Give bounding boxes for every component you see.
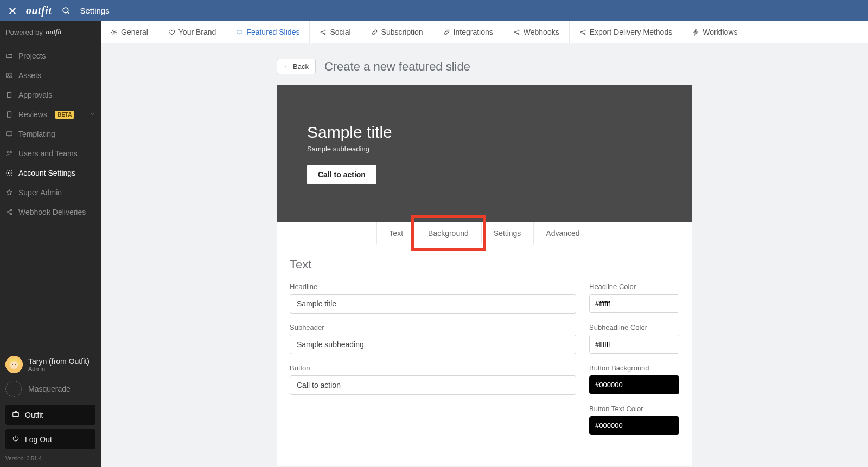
- topbar-title: Settings: [80, 6, 109, 15]
- gear-icon: [111, 29, 118, 36]
- button-bg-label: Button Background: [589, 364, 679, 372]
- button-input[interactable]: [290, 375, 576, 395]
- sidebar-item-templating[interactable]: Templating: [0, 124, 101, 144]
- tab-webhooks[interactable]: Webhooks: [503, 21, 570, 43]
- headline-color-input[interactable]: [589, 294, 679, 313]
- masquerade-label: Masquerade: [28, 385, 71, 393]
- sidebar: Powered by outfit Projects Assets Approv…: [0, 21, 101, 467]
- svg-point-23: [518, 30, 519, 31]
- svg-point-9: [7, 212, 8, 213]
- svg-point-21: [324, 33, 326, 34]
- button-bg-input[interactable]: [589, 375, 679, 394]
- button-text-color-input[interactable]: [589, 416, 679, 435]
- preview-subheading: Sample subheading: [307, 145, 662, 153]
- panel-title: Text: [290, 258, 679, 272]
- gear-icon: [5, 169, 13, 177]
- text-panel: Text Headline Headline Color: [277, 245, 692, 466]
- svg-point-14: [12, 364, 13, 365]
- sidebar-item-label: Reviews: [18, 110, 47, 119]
- share-icon: [579, 29, 586, 36]
- clipboard-icon: [5, 91, 13, 99]
- tab-general[interactable]: General: [101, 21, 158, 43]
- sidebar-item-projects[interactable]: Projects: [0, 46, 101, 66]
- edit-tab-background[interactable]: Background: [416, 222, 481, 245]
- svg-point-17: [113, 31, 115, 33]
- masquerade-circle-icon: [5, 381, 22, 397]
- star-icon: [5, 189, 13, 196]
- version-label: Version: 3.51.4: [5, 453, 95, 462]
- tab-export-delivery[interactable]: Export Delivery Methods: [570, 21, 683, 43]
- sidebar-item-label: Webhook Deliveries: [18, 208, 86, 216]
- sidebar-item-label: Templating: [18, 130, 55, 138]
- avatar: [5, 356, 23, 373]
- svg-rect-18: [237, 30, 242, 34]
- svg-rect-4: [8, 112, 11, 118]
- sidebar-item-label: Approvals: [18, 91, 52, 99]
- share-icon: [513, 29, 520, 36]
- tab-social[interactable]: Social: [310, 21, 361, 43]
- svg-point-25: [580, 31, 582, 33]
- svg-rect-5: [7, 132, 12, 136]
- slide-preview: Sample title Sample subheading Call to a…: [277, 85, 692, 222]
- subheadline-color-input[interactable]: [589, 335, 679, 354]
- svg-rect-16: [13, 413, 19, 417]
- headline-input[interactable]: [290, 294, 576, 314]
- close-icon[interactable]: [8, 6, 17, 16]
- edit-tabs: Text Background Settings Advanced: [277, 222, 692, 245]
- tab-featured-slides[interactable]: Featured Slides: [226, 21, 310, 43]
- content: ← Back Create a new featured slide Sampl…: [101, 43, 868, 467]
- sidebar-item-approvals[interactable]: Approvals: [0, 85, 101, 105]
- outfit-button[interactable]: Outfit: [5, 405, 95, 425]
- sidebar-item-label: Users and Teams: [18, 149, 78, 158]
- tab-integrations[interactable]: Integrations: [433, 21, 503, 43]
- tab-workflows[interactable]: Workflows: [682, 21, 748, 43]
- tab-your-brand[interactable]: Your Brand: [158, 21, 227, 43]
- monitor-icon: [236, 29, 243, 36]
- subheader-input[interactable]: [290, 335, 576, 354]
- document-icon: [5, 111, 13, 118]
- subheader-label: Subheader: [290, 323, 576, 331]
- svg-point-8: [8, 172, 10, 174]
- svg-point-10: [10, 209, 11, 210]
- preview-cta-button[interactable]: Call to action: [307, 165, 376, 184]
- svg-point-11: [10, 213, 11, 214]
- masquerade[interactable]: Masquerade: [5, 375, 95, 405]
- powered-brand: outfit: [46, 28, 62, 36]
- svg-point-7: [10, 151, 11, 153]
- search-icon[interactable]: [61, 6, 71, 16]
- brand-logo: outfit: [26, 4, 52, 17]
- beta-badge: BETA: [55, 111, 74, 119]
- user-role: Admin: [28, 366, 90, 372]
- svg-point-13: [10, 361, 18, 369]
- sidebar-item-assets[interactable]: Assets: [0, 66, 101, 85]
- monitor-icon: [5, 130, 13, 138]
- tab-subscription[interactable]: Subscription: [361, 21, 433, 43]
- logout-button[interactable]: Log Out: [5, 429, 95, 449]
- main: General Your Brand Featured Slides Socia…: [101, 21, 868, 467]
- sidebar-item-label: Assets: [18, 71, 41, 80]
- sidebar-item-users[interactable]: Users and Teams: [0, 144, 101, 163]
- link-icon: [371, 29, 378, 36]
- sidebar-item-super-admin[interactable]: Super Admin: [0, 183, 101, 202]
- link-icon: [443, 29, 450, 36]
- svg-point-19: [321, 31, 322, 33]
- edit-tab-settings[interactable]: Settings: [481, 222, 534, 245]
- sidebar-item-reviews[interactable]: Reviews BETA: [0, 105, 101, 124]
- heart-icon: [168, 29, 175, 36]
- sidebar-item-label: Super Admin: [18, 188, 62, 197]
- bolt-icon: [692, 29, 699, 36]
- share-icon: [320, 29, 327, 36]
- back-button[interactable]: ← Back: [277, 59, 316, 74]
- sidebar-nav: Projects Assets Approvals Reviews BETA T…: [0, 43, 101, 351]
- image-icon: [5, 72, 13, 79]
- sidebar-item-webhook-deliveries[interactable]: Webhook Deliveries: [0, 202, 101, 222]
- users-icon: [5, 150, 13, 157]
- edit-tab-text[interactable]: Text: [376, 222, 416, 245]
- subheadline-color-label: Subheadline Color: [589, 323, 679, 331]
- sidebar-item-account-settings[interactable]: Account Settings: [0, 163, 101, 183]
- page-title: Create a new featured slide: [324, 60, 470, 74]
- settings-tabs: General Your Brand Featured Slides Socia…: [101, 21, 868, 43]
- arrow-left-icon: ←: [284, 62, 291, 71]
- svg-point-24: [518, 33, 519, 34]
- edit-tab-advanced[interactable]: Advanced: [533, 222, 592, 245]
